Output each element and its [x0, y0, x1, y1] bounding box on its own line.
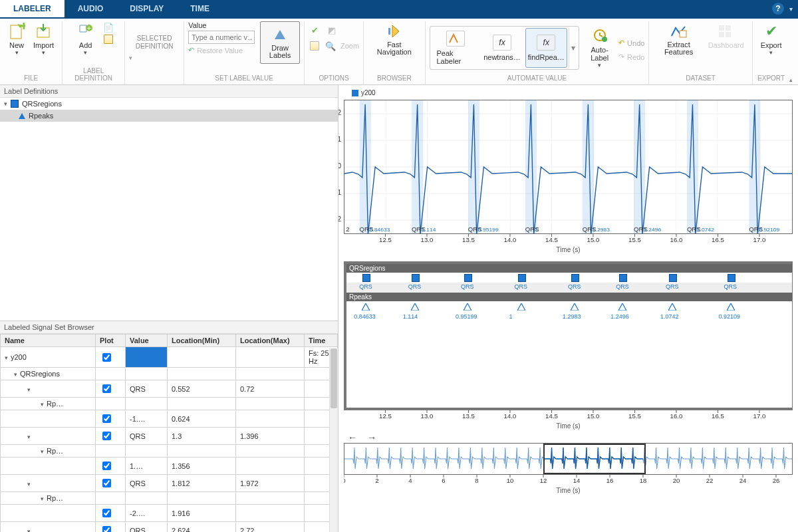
svg-text:2: 2	[375, 477, 378, 484]
overview-window[interactable]	[543, 444, 646, 474]
zoom-icon[interactable]: 🔍	[325, 40, 336, 52]
pan-right-icon[interactable]: →	[363, 431, 380, 444]
new-button[interactable]: ✚ New	[4, 21, 29, 57]
vscrollbar[interactable]	[329, 348, 338, 532]
auto-label-button[interactable]: Auto-Label	[583, 26, 616, 70]
svg-text:0.84633: 0.84633	[370, 227, 390, 233]
svg-text:14.5: 14.5	[545, 237, 558, 243]
import-def-icon[interactable]: 📄	[102, 21, 114, 33]
help-dropdown-icon[interactable]: ▾	[789, 5, 793, 13]
svg-rect-8	[680, 31, 686, 37]
automate-more-icon[interactable]: ▾	[569, 28, 577, 68]
plot-checkbox[interactable]	[102, 526, 111, 532]
redo-button[interactable]: ↷Redo	[618, 52, 644, 62]
col-locmax[interactable]: Location(Max)	[236, 334, 305, 347]
svg-rect-10	[726, 25, 731, 31]
table-row[interactable]: QRS1.31.396	[1, 428, 338, 445]
import-button[interactable]: Import	[29, 21, 58, 57]
svg-text:1.2983: 1.2983	[593, 227, 610, 233]
svg-text:14: 14	[573, 477, 581, 484]
svg-point-7	[602, 37, 607, 42]
pan-left-icon[interactable]: ←	[344, 431, 361, 444]
help-icon[interactable]: ?	[772, 3, 784, 15]
svg-text:✚: ✚	[20, 23, 25, 31]
svg-text:0: 0	[338, 162, 341, 170]
draw-labels-button[interactable]: Draw Labels	[260, 21, 300, 64]
svg-rect-11	[719, 32, 724, 37]
svg-text:20: 20	[673, 477, 680, 484]
table-row[interactable]: QRS2.6242.72	[1, 522, 338, 533]
table-row[interactable]: Rp…	[1, 492, 338, 505]
plot-checkbox[interactable]	[102, 509, 111, 517]
region-opt-icon[interactable]: ◩	[326, 24, 338, 36]
svg-text:1: 1	[535, 227, 539, 233]
delete-def-icon[interactable]	[102, 33, 114, 45]
ribbon-group-options: ✔ ◩ 🔍 Zoom OPTIONS	[305, 21, 364, 84]
undo-button[interactable]: ↶Undo	[618, 38, 644, 48]
findrpeaks-button[interactable]: fx findRpea…	[525, 28, 567, 68]
definition-qrsregions[interactable]: ▾ QRSregions	[0, 98, 338, 110]
col-value[interactable]: Value	[126, 334, 168, 347]
plot-checkbox[interactable]	[102, 384, 111, 393]
svg-text:1.0742: 1.0742	[697, 227, 715, 233]
table-row[interactable]: -1.…0.624	[1, 410, 338, 428]
tab-display[interactable]: DISPLAY	[116, 0, 177, 17]
peak-labeler-button[interactable]: Peak Labeler	[433, 28, 479, 68]
restore-value-button[interactable]: ↶Restore Value	[188, 45, 255, 55]
ribbon-group-selecteddef: SELECTED DEFINITION ▾	[125, 21, 184, 84]
region-strip-title: QRSregions	[346, 264, 792, 273]
ribbon-group-automate: Peak Labeler fx newtrans… fx findRpea… ▾…	[426, 21, 650, 84]
selected-definition-label: SELECTED DEFINITION	[129, 35, 180, 51]
app-tabstrip: LABELER AUDIO DISPLAY TIME ? ▾	[0, 0, 798, 19]
main-signal-chart[interactable]: QRS0.84633QRS1.114QRS0.95199QRS1QRS1.298…	[344, 100, 793, 234]
plot-checkbox[interactable]	[102, 353, 111, 362]
table-row[interactable]: Rp…	[1, 398, 338, 410]
label-definitions-title: Label Definitions	[0, 85, 338, 98]
group-label-labeldef: LABEL DEFINITION	[66, 67, 120, 84]
export-button[interactable]: ✔ Export	[757, 21, 786, 57]
table-row[interactable]: QRS0.5520.72	[1, 380, 338, 398]
ribbon-group-labeldef: + Add 📄 LABEL DEFINITION	[63, 21, 125, 84]
triangle-icon	[19, 113, 25, 119]
dashboard-button[interactable]: Dashboard	[704, 21, 748, 51]
tab-labeler[interactable]: LABELER	[0, 0, 65, 17]
definition-rpeaks[interactable]: Rpeaks	[0, 110, 338, 122]
ribbon-group-setvalue: Value ↶Restore Value Draw Labels SET LAB…	[184, 21, 305, 84]
plot-checkbox[interactable]	[102, 462, 111, 470]
table-row[interactable]: QRS1.8121.972	[1, 475, 338, 492]
fast-navigation-button[interactable]: Fast Navigation	[368, 21, 420, 57]
ribbon-group-browser: Fast Navigation BROWSER	[364, 21, 425, 84]
overview-panner[interactable]	[344, 443, 793, 475]
xlabel: Time (s)	[344, 420, 793, 432]
value-input[interactable]	[188, 31, 255, 44]
col-locmin[interactable]: Location(Min)	[168, 334, 236, 347]
ribbon-collapse-icon[interactable]: ▴	[789, 76, 798, 84]
table-row[interactable]: -2.…1.916	[1, 505, 338, 522]
delete-label-icon[interactable]	[309, 40, 321, 52]
col-plot[interactable]: Plot	[96, 334, 126, 347]
svg-text:16.5: 16.5	[712, 413, 724, 420]
extract-features-button[interactable]: Extract Features	[653, 21, 704, 57]
col-time[interactable]: Time	[305, 334, 338, 347]
svg-text:1.114: 1.114	[422, 227, 436, 233]
svg-rect-9	[719, 25, 724, 31]
table-row[interactable]: y200Fs: 250 Hz	[1, 347, 338, 368]
fx-icon: fx	[493, 35, 511, 51]
checkmark-icon[interactable]: ✔	[309, 24, 321, 36]
plot-checkbox[interactable]	[102, 414, 111, 423]
svg-text:14.0: 14.0	[504, 413, 517, 420]
plot-checkbox[interactable]	[102, 479, 111, 487]
newtrans-button[interactable]: fx newtrans…	[481, 28, 523, 68]
table-row[interactable]: Rp…	[1, 445, 338, 458]
tree-expander-icon[interactable]: ▾	[4, 100, 11, 107]
table-row[interactable]: QRSregions	[1, 368, 338, 380]
table-row[interactable]: 1.…1.356	[1, 458, 338, 475]
col-name[interactable]: Name	[1, 334, 96, 347]
tab-time[interactable]: TIME	[177, 0, 223, 17]
square-icon	[11, 100, 19, 108]
label-regions-panel[interactable]: QRSregions QRSQRSQRSQRSQRSQRSQRSQRS Rpea…	[344, 261, 793, 410]
rpeaks-strip-title: Rpeaks	[346, 293, 792, 301]
add-definition-button[interactable]: + Add	[73, 21, 98, 57]
plot-checkbox[interactable]	[102, 432, 111, 440]
tab-audio[interactable]: AUDIO	[65, 0, 117, 17]
